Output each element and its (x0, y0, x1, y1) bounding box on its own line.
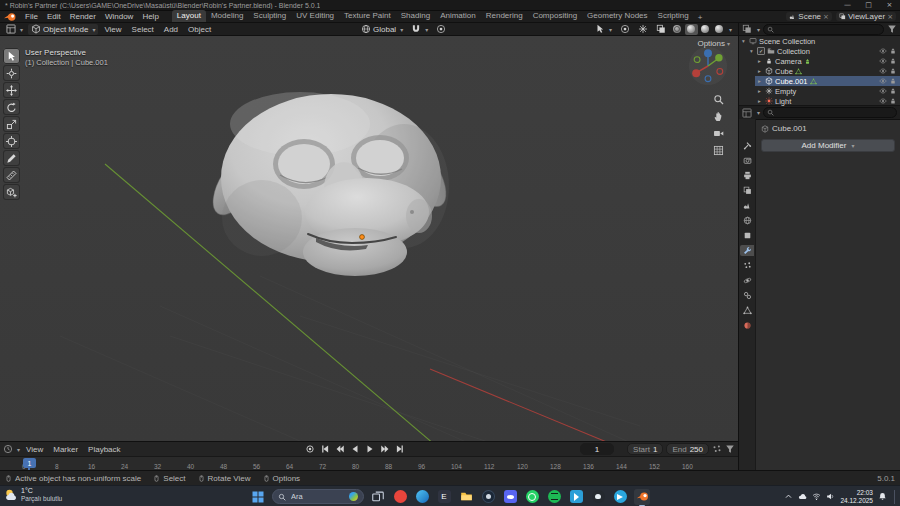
tab-render[interactable] (740, 155, 754, 166)
camera-view-icon[interactable] (713, 128, 724, 139)
gizmo-y-axis[interactable] (715, 54, 722, 61)
hide-eye-icon[interactable] (879, 47, 887, 55)
workspace-tab-uv-editing[interactable]: UV Editing (291, 10, 339, 22)
app-steam[interactable] (480, 489, 496, 505)
auto-keying-toggle[interactable] (303, 443, 316, 455)
zoom-icon[interactable] (713, 94, 724, 105)
proportional-editing-toggle[interactable] (433, 24, 449, 35)
menu-edit[interactable]: Edit (43, 11, 65, 22)
outliner-editor-icon[interactable] (742, 24, 752, 34)
outliner-item-collection[interactable]: ▾ ✓ Collection (747, 46, 900, 56)
tray-chevron-up-icon[interactable] (784, 492, 793, 501)
timeline-options-icon[interactable] (725, 444, 735, 454)
app-vscode[interactable] (568, 489, 584, 505)
tool-add-cube[interactable] (3, 184, 20, 200)
app-github[interactable] (590, 489, 606, 505)
menu-add[interactable]: Add (160, 24, 182, 35)
play-reverse-button[interactable] (348, 443, 361, 455)
navigation-gizmo[interactable] (688, 46, 728, 86)
pan-hand-icon[interactable] (713, 111, 724, 122)
tool-transform[interactable] (3, 133, 20, 149)
app-edge[interactable] (414, 489, 430, 505)
viewport-3d[interactable]: User Perspective (1) Collection | Cube.0… (0, 36, 739, 441)
menu-view[interactable]: View (100, 24, 125, 35)
hide-eye-icon[interactable] (879, 67, 887, 75)
tool-cursor[interactable] (3, 65, 20, 81)
timeline-menu-marker[interactable]: Marker (49, 444, 82, 455)
character-model[interactable] (204, 92, 455, 276)
jump-to-end-button[interactable] (393, 443, 406, 455)
xray-toggle[interactable] (653, 24, 669, 35)
app-file-explorer[interactable] (458, 489, 474, 505)
app-discord[interactable] (502, 489, 518, 505)
properties-editor-icon[interactable] (742, 108, 752, 118)
hide-eye-icon[interactable] (879, 77, 887, 85)
tool-move[interactable] (3, 82, 20, 98)
disclosure-icon[interactable]: ▸ (758, 88, 763, 94)
tool-rotate[interactable] (3, 99, 20, 115)
properties-search-input[interactable] (776, 109, 893, 116)
render-camera-icon[interactable] (889, 57, 897, 65)
shading-solid-button[interactable] (685, 24, 698, 35)
render-camera-icon[interactable] (889, 77, 897, 85)
onedrive-cloud-icon[interactable] (798, 492, 807, 501)
scene-unlink-icon[interactable]: × (823, 13, 829, 21)
hide-eye-icon[interactable] (879, 87, 887, 95)
workspace-tab-sculpting[interactable]: Sculpting (248, 10, 291, 22)
tab-constraints[interactable] (740, 290, 754, 301)
tool-measure[interactable] (3, 167, 20, 183)
disclosure-icon[interactable]: ▾ (750, 48, 755, 54)
keying-set-icon[interactable] (712, 444, 722, 454)
volume-icon[interactable] (826, 492, 835, 501)
show-desktop-button[interactable] (894, 490, 897, 504)
gizmo-z-axis[interactable] (704, 49, 712, 57)
outliner-search-input[interactable] (776, 26, 880, 33)
show-overlays-toggle[interactable] (617, 24, 633, 35)
filter-funnel-icon[interactable] (887, 24, 897, 34)
workspace-tab-rendering[interactable]: Rendering (481, 10, 528, 22)
task-view-button[interactable] (370, 489, 386, 505)
tab-scene[interactable] (740, 200, 754, 211)
tab-world[interactable] (740, 215, 754, 226)
outliner-item-empty[interactable]: ▸ Empty (755, 86, 900, 96)
shading-material-button[interactable] (699, 24, 712, 35)
disclosure-icon[interactable]: ▸ (758, 68, 763, 74)
viewlayer-selector[interactable]: ViewLayer × (836, 12, 896, 21)
shading-wireframe-button[interactable] (671, 24, 684, 35)
workspace-tab-layout[interactable]: Layout (172, 10, 206, 22)
disclosure-icon[interactable]: ▾ (742, 38, 747, 44)
app-telegram[interactable] (612, 489, 628, 505)
wifi-icon[interactable] (812, 492, 821, 501)
workspace-tab-animation[interactable]: Animation (435, 10, 481, 22)
properties-search[interactable] (763, 107, 897, 118)
notifications-bell-icon[interactable] (878, 492, 887, 501)
tab-object-data[interactable] (740, 305, 754, 316)
add-modifier-button[interactable]: Add Modifier ▾ (761, 139, 895, 152)
minimize-button[interactable]: — (837, 0, 858, 10)
render-camera-icon[interactable] (889, 97, 897, 105)
tool-scale[interactable] (3, 116, 20, 132)
taskbar-search[interactable] (272, 489, 364, 504)
collection-checkbox[interactable]: ✓ (757, 47, 765, 55)
editor-type-button[interactable]: ▾ (3, 24, 26, 35)
disclosure-icon[interactable]: ▸ (758, 78, 763, 84)
outliner-item-scene-collection[interactable]: ▾ Scene Collection (739, 36, 900, 46)
app-spotify[interactable] (546, 489, 562, 505)
tab-modifiers[interactable] (740, 245, 754, 256)
tool-annotate[interactable] (3, 150, 20, 166)
tab-material[interactable] (740, 320, 754, 331)
next-keyframe-button[interactable] (378, 443, 391, 455)
render-camera-icon[interactable] (889, 87, 897, 95)
ortho-grid-icon[interactable] (713, 145, 724, 156)
taskbar-search-input[interactable] (289, 491, 346, 502)
app-blender-active[interactable] (634, 489, 650, 505)
menu-help[interactable]: Help (138, 11, 162, 22)
timeline-editor-icon[interactable] (3, 444, 13, 454)
tab-particles[interactable] (740, 260, 754, 271)
disclosure-icon[interactable]: ▸ (758, 98, 763, 104)
menu-window[interactable]: Window (101, 11, 137, 22)
outliner-search[interactable] (763, 24, 884, 35)
menu-select[interactable]: Select (128, 24, 158, 35)
tool-select-box[interactable] (3, 48, 20, 64)
app-browser-red[interactable] (392, 489, 408, 505)
